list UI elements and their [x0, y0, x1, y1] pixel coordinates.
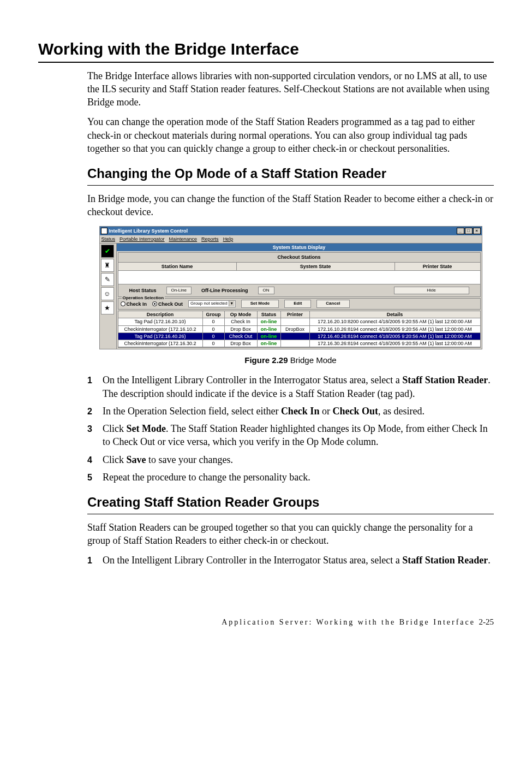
- app-icon: [101, 228, 107, 234]
- step-text: On the Intelligent Library Controller in…: [103, 554, 494, 567]
- menu-help[interactable]: Help: [223, 236, 234, 242]
- group-combo[interactable]: Group not selected: [188, 300, 236, 307]
- sidebar-icon-2[interactable]: ♜: [101, 259, 114, 272]
- host-status-value: On-Line: [166, 287, 192, 295]
- step-number: 1: [87, 554, 103, 567]
- hide-button[interactable]: Hide: [394, 287, 469, 295]
- menu-status[interactable]: Status: [101, 236, 116, 242]
- section-heading-opmode: Changing the Op Mode of a Staff Station …: [87, 165, 494, 185]
- sidebar-icon-1[interactable]: ✔: [101, 245, 114, 258]
- table-row[interactable]: Tag Pad (172.16.20.10) 0 Check In on-lin…: [118, 318, 480, 325]
- sidebar: ✔ ♜ ✎ ☺ ★: [100, 244, 117, 349]
- step-text: Click Set Mode. The Staff Station Reader…: [103, 422, 494, 449]
- close-icon[interactable]: ×: [473, 228, 481, 234]
- th-printer: Printer: [281, 311, 310, 318]
- step-text: In the Operation Selection field, select…: [103, 405, 494, 418]
- intro-para-2: You can change the operation mode of the…: [87, 115, 494, 155]
- screenshot-window: Intelligent Library System Control _ □ ×…: [99, 226, 482, 349]
- section-intro-groups: Staff Station Readers can be grouped tog…: [87, 521, 494, 548]
- system-status-title: System Status Display: [117, 244, 482, 251]
- operation-selection-legend: Operation Selection: [122, 295, 165, 301]
- menu-maintenance[interactable]: Maintenance: [169, 236, 198, 242]
- window-title: Intelligent Library System Control: [109, 228, 188, 234]
- col-system-state: System State: [237, 263, 395, 270]
- col-station-name: Station Name: [118, 263, 237, 270]
- steps-opmode: 1 On the Intelligent Library Controller …: [87, 373, 494, 484]
- host-status-label: Host Status: [129, 287, 157, 294]
- step-number: 3: [87, 422, 103, 449]
- col-printer-state: Printer State: [395, 263, 480, 270]
- offline-processing-value: ON: [258, 287, 274, 295]
- radio-check-out[interactable]: Check Out: [152, 301, 183, 307]
- menu-portable[interactable]: Portable Interrogator: [119, 236, 165, 242]
- minimize-icon[interactable]: _: [457, 228, 464, 234]
- th-details: Details: [310, 311, 480, 318]
- section-intro-opmode: In Bridge mode, you can change the funct…: [87, 192, 494, 219]
- table-row[interactable]: CheckinInterrogator (172.16.30.2 0 Drop …: [118, 340, 480, 347]
- figure-caption: Figure 2.29 Bridge Mode: [87, 355, 494, 366]
- edit-button[interactable]: Edit: [284, 300, 311, 308]
- sidebar-icon-4[interactable]: ☺: [101, 287, 114, 300]
- th-description: Description: [118, 311, 203, 318]
- operation-selection-group: Operation Selection Check In Check Out G…: [118, 298, 481, 310]
- page-title: Working with the Bridge Interface: [38, 38, 494, 63]
- stations-empty-list: [118, 271, 480, 284]
- radio-check-in[interactable]: Check In: [121, 301, 147, 307]
- menubar: Status Portable Interrogator Maintenance…: [100, 235, 482, 244]
- th-opmode: Op Mode: [225, 311, 258, 318]
- page-footer: Application Server: Working with the Bri…: [38, 616, 494, 628]
- sidebar-icon-3[interactable]: ✎: [101, 273, 114, 286]
- maximize-icon[interactable]: □: [465, 228, 473, 234]
- table-row-selected[interactable]: Tag Pad (172.16.40.26) 0 Check Out on-li…: [118, 333, 480, 340]
- step-number: 4: [87, 453, 103, 466]
- window-titlebar: Intelligent Library System Control _ □ ×: [100, 227, 482, 235]
- offline-processing-label: Off-Line Processing: [201, 287, 248, 294]
- menu-reports[interactable]: Reports: [201, 236, 219, 242]
- intro-para-1: The Bridge Interface allows libraries wi…: [87, 69, 494, 109]
- cancel-button[interactable]: Cancel: [316, 300, 349, 308]
- step-number: 5: [87, 471, 103, 484]
- section-heading-groups: Creating Staff Station Reader Groups: [87, 494, 494, 514]
- step-number: 1: [87, 373, 103, 400]
- step-text: Click Save to save your changes.: [103, 453, 494, 466]
- interrogator-table: Description Group Op Mode Status Printer…: [118, 311, 481, 348]
- sidebar-icon-5[interactable]: ★: [101, 301, 114, 314]
- checkout-stations-title: Checkout Stations: [118, 253, 480, 262]
- step-text: On the Intelligent Library Controller in…: [103, 373, 494, 400]
- th-group: Group: [203, 311, 225, 318]
- steps-groups: 1 On the Intelligent Library Controller …: [87, 554, 494, 567]
- th-status: Status: [258, 311, 281, 318]
- step-text: Repeat the procedure to change the perso…: [103, 471, 494, 484]
- step-number: 2: [87, 405, 103, 418]
- set-mode-button[interactable]: Set Mode: [241, 300, 279, 308]
- figure-bridge-mode: Intelligent Library System Control _ □ ×…: [87, 226, 494, 349]
- table-row[interactable]: CheckinInterrogator (172.16.10.2 0 Drop …: [118, 326, 480, 333]
